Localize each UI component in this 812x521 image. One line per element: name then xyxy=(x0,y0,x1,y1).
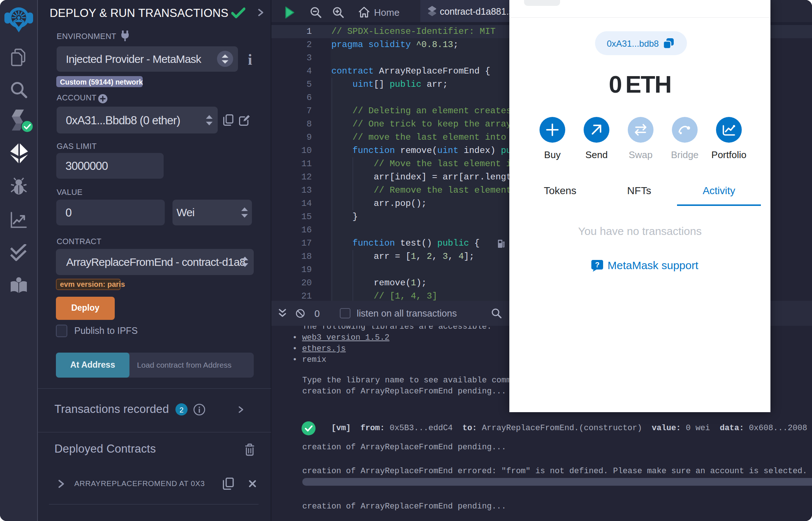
svg-text:?: ? xyxy=(595,261,599,269)
